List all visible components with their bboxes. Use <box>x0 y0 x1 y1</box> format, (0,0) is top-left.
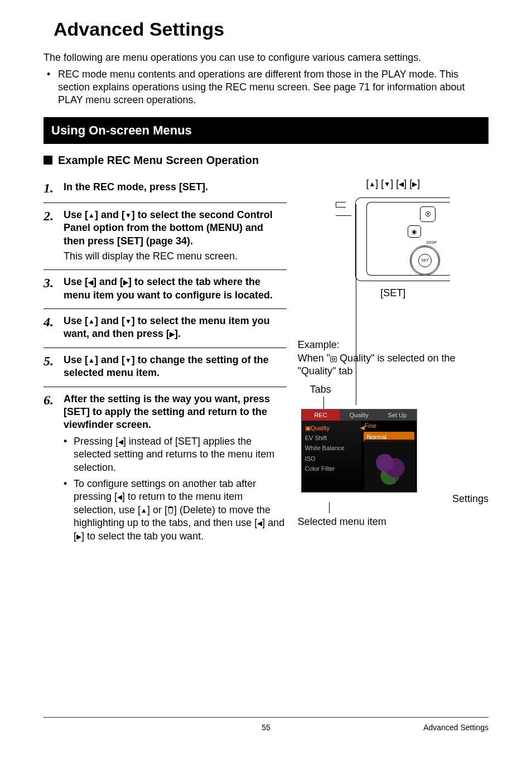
callout-line <box>396 477 397 489</box>
menu-item-ev: EV Shift <box>305 433 358 443</box>
menu-tab-rec: REC <box>302 409 340 421</box>
intro-text: The following are menu operations you ca… <box>43 51 489 64</box>
right-triangle-icon: ▶ <box>170 330 175 339</box>
bullet-dot: • <box>47 68 58 107</box>
left-triangle-icon: ◀ <box>257 519 262 528</box>
right-triangle-icon: ▶ <box>123 278 128 287</box>
step-number: 6. <box>43 393 64 407</box>
step-5: 5. Use [▲] and [▼] to change the setting… <box>43 348 287 387</box>
step-3: 3. Use [◀] and [▶] to select the tab whe… <box>43 269 287 308</box>
menu-preview-image <box>364 440 415 491</box>
down-triangle-icon: ▼ <box>384 180 390 189</box>
menu-item-wb: White Balance <box>305 443 358 453</box>
page-number: 55 <box>262 722 270 732</box>
step-4: 4. Use [▲] and [▼] to select the menu it… <box>43 308 287 348</box>
step-number: 2. <box>43 209 64 223</box>
set-button-label: [SET] <box>298 287 489 300</box>
page-footer: 55 Advanced Settings <box>43 717 489 732</box>
left-triangle-icon: ◀ <box>399 180 404 189</box>
footer-section-title: Advanced Settings <box>423 722 489 732</box>
step-text: After the setting is the way you want, p… <box>64 393 287 432</box>
control-ring-icon: SET <box>410 245 440 276</box>
square-bullet-icon <box>43 156 52 165</box>
menu-item-quality: ▣Quality <box>305 423 358 433</box>
step-sub-bullet: • To configure settings on another tab a… <box>64 478 287 543</box>
up-triangle-icon: ▲ <box>141 507 147 515</box>
down-triangle-icon: ▼ <box>125 356 132 365</box>
direction-keys-label: [▲] [▼] [◀] [▶] <box>298 177 489 190</box>
selected-item-callout-label: Selected menu item <box>298 515 489 528</box>
up-triangle-icon: ▲ <box>369 180 375 189</box>
intro-bullet-text: REC mode menu contents and operations ar… <box>58 68 489 107</box>
settings-callout-label: Settings <box>298 493 489 505</box>
menu-tab-setup: Set Up <box>378 409 417 421</box>
left-arrow-icon: ◀ <box>360 424 365 431</box>
up-triangle-icon: ▲ <box>88 317 95 326</box>
step-2: 2. Use [▲] and [▼] to select the second … <box>43 202 287 270</box>
callout-line <box>323 397 325 409</box>
quality-icon <box>330 356 337 362</box>
step-number: 1. <box>43 181 64 195</box>
step-1: 1. In the REC mode, press [SET]. <box>43 175 287 202</box>
section-header: Using On-screen Menus <box>43 117 489 144</box>
right-triangle-icon: ▶ <box>76 533 81 542</box>
example-caption: Example: When " Quality" is selected on … <box>298 339 489 378</box>
step-6: 6. After the setting is the way you want… <box>43 387 287 549</box>
step-sub-bullet: • Pressing [◀] instead of [SET] applies … <box>64 435 287 474</box>
camera-button-icon: ◉ <box>408 225 421 238</box>
up-triangle-icon: ▲ <box>88 211 95 220</box>
menu-item-iso: ISO <box>305 454 358 464</box>
left-triangle-icon: ◀ <box>88 278 93 287</box>
step-number: 3. <box>43 276 64 290</box>
step-text: Use [▲] and [▼] to change the setting of… <box>64 354 287 380</box>
right-triangle-icon: ▶ <box>412 180 417 189</box>
steps-column: 1. In the REC mode, press [SET]. 2. Use … <box>43 175 287 549</box>
trash-icon <box>167 504 174 515</box>
disp-label-icon: DISP <box>427 240 437 245</box>
step-text: Use [◀] and [▶] to select the tab where … <box>64 276 287 302</box>
step-text: In the REC mode, press [SET]. <box>64 181 287 194</box>
menu-tab-quality: Quality <box>340 409 378 421</box>
left-triangle-icon: ◀ <box>117 493 122 502</box>
callout-line <box>329 502 330 513</box>
left-triangle-icon: ◀ <box>118 438 123 447</box>
down-triangle-icon: ▼ <box>125 317 132 326</box>
down-triangle-icon: ▼ <box>125 211 132 220</box>
tabs-callout-label: Tabs <box>310 383 489 396</box>
camera-diagram: ⦿ ◉ DISP SET <box>336 194 450 283</box>
step-number: 4. <box>43 315 64 329</box>
step-number: 5. <box>43 354 64 368</box>
subheading: Example REC Menu Screen Operation <box>58 153 259 167</box>
menu-option-fine: Fine <box>361 421 417 431</box>
intro-bullet: • REC mode menu contents and operations … <box>47 68 489 107</box>
step-note: This will display the REC menu screen. <box>64 250 287 263</box>
up-triangle-icon: ▲ <box>88 356 95 365</box>
movie-button-icon: ⦿ <box>420 206 436 222</box>
subheading-row: Example REC Menu Screen Operation <box>43 153 489 167</box>
step-text: Use [▲] and [▼] to select the menu item … <box>64 315 287 341</box>
menu-screenshot: REC Quality Set Up ▣Quality EV Shift Whi… <box>301 409 417 493</box>
menu-item-colorfilter: Color Filter <box>305 464 358 474</box>
illustration-column: [▲] [▼] [◀] [▶] ⦿ ◉ DISP SET [SET] Examp… <box>298 175 489 549</box>
step-text: Use [▲] and [▼] to select the second Con… <box>64 209 273 247</box>
page-title: Advanced Settings <box>54 17 489 41</box>
